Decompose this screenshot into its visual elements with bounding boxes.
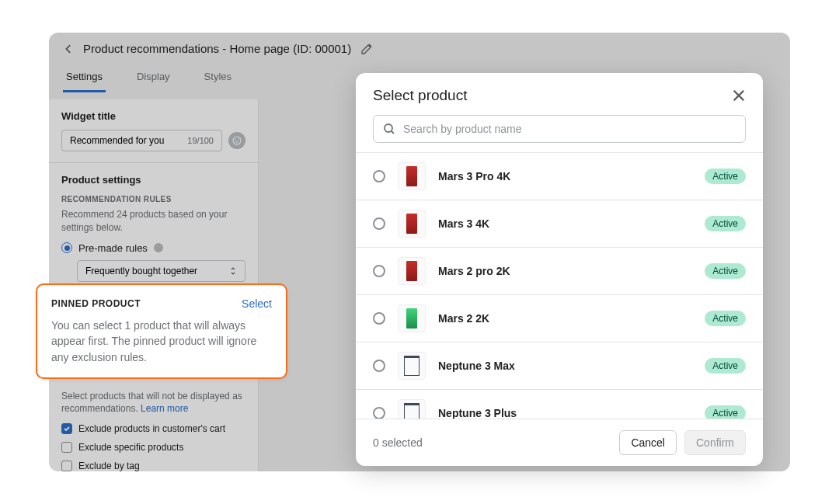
modal-footer: 0 selected Cancel Confirm xyxy=(356,419,763,466)
exclude-tag-checkbox[interactable]: Exclude by tag xyxy=(61,461,245,471)
search-placeholder: Search by product name xyxy=(403,123,522,135)
product-row[interactable]: Neptune 3 PlusActive xyxy=(356,389,763,419)
back-icon[interactable] xyxy=(63,43,74,54)
status-badge: Active xyxy=(705,358,746,374)
product-thumbnail xyxy=(398,257,426,285)
product-thumbnail xyxy=(398,352,426,380)
exclude-cart-checkbox[interactable]: Exclude products in customer's cart xyxy=(61,423,245,434)
product-thumbnail xyxy=(398,304,426,332)
premade-label: Pre-made rules xyxy=(78,242,148,254)
search-input[interactable]: Search by product name xyxy=(373,115,746,143)
premade-rules-radio[interactable]: Pre-made rules xyxy=(61,242,245,254)
premade-select[interactable]: Frequently bought together xyxy=(77,260,245,282)
product-name: Neptune 3 Max xyxy=(438,360,692,372)
product-row[interactable]: Mars 3 4KActive xyxy=(356,200,763,247)
tab-styles[interactable]: Styles xyxy=(201,64,235,92)
status-badge: Active xyxy=(705,263,746,279)
svg-point-1 xyxy=(235,139,236,141)
select-product-modal: Select product Search by product name Ma… xyxy=(356,73,763,466)
tab-display[interactable]: Display xyxy=(134,64,173,92)
checkbox-icon xyxy=(61,423,72,434)
status-badge: Active xyxy=(705,311,746,326)
confirm-button[interactable]: Confirm xyxy=(684,430,746,455)
status-badge: Active xyxy=(705,169,746,184)
tab-settings[interactable]: Settings xyxy=(63,64,106,92)
pinned-select-link[interactable]: Select xyxy=(242,297,272,310)
char-count: 19/100 xyxy=(187,136,214,145)
product-row[interactable]: Mars 3 Pro 4KActive xyxy=(356,152,763,200)
radio-icon[interactable] xyxy=(373,407,385,419)
widget-title-input[interactable]: Recommended for you 19/100 xyxy=(61,130,222,151)
rules-heading: RECOMMENDATION RULES xyxy=(61,195,245,203)
chevron-updown-icon xyxy=(229,267,237,275)
modal-title: Select product xyxy=(373,87,467,104)
status-badge: Active xyxy=(705,405,746,419)
modal-header: Select product xyxy=(356,73,763,115)
product-name: Mars 2 pro 2K xyxy=(438,265,692,277)
pinned-product-callout: PINNED PRODUCT Select You can select 1 p… xyxy=(36,283,287,379)
product-thumbnail xyxy=(398,399,426,419)
svg-point-2 xyxy=(238,139,239,141)
product-name: Mars 3 Pro 4K xyxy=(438,170,692,182)
product-thumbnail xyxy=(398,162,426,190)
product-thumbnail xyxy=(398,210,426,238)
svg-point-3 xyxy=(385,124,392,132)
product-name: Neptune 3 Plus xyxy=(438,407,692,419)
rules-desc: Recommend 24 products based on your sett… xyxy=(61,208,245,235)
info-icon[interactable] xyxy=(154,243,163,252)
edit-icon[interactable] xyxy=(360,43,373,55)
status-badge: Active xyxy=(705,216,746,231)
radio-icon[interactable] xyxy=(373,170,385,182)
radio-icon[interactable] xyxy=(373,312,385,325)
product-row[interactable]: Neptune 3 MaxActive xyxy=(356,342,763,389)
radio-icon[interactable] xyxy=(373,217,385,230)
emoji-button[interactable] xyxy=(228,132,245,149)
selected-count: 0 selected xyxy=(373,436,423,449)
radio-icon[interactable] xyxy=(373,360,385,372)
pinned-heading: PINNED PRODUCT xyxy=(51,298,141,309)
checkbox-icon xyxy=(61,461,72,471)
svg-point-0 xyxy=(233,137,241,144)
widget-title-section: Widget title Recommended for you 19/100 xyxy=(49,99,258,163)
cancel-button[interactable]: Cancel xyxy=(619,430,677,455)
exclude-specific-checkbox[interactable]: Exclude specific products xyxy=(61,442,245,453)
learn-more-link[interactable]: Learn more xyxy=(141,403,188,414)
product-name: Mars 2 2K xyxy=(438,312,692,325)
product-row[interactable]: Mars 2 pro 2KActive xyxy=(356,247,763,294)
page-title: Product recommendations - Home page (ID:… xyxy=(83,42,351,55)
close-icon[interactable] xyxy=(732,89,746,103)
exclusion-section: Select products that will not be display… xyxy=(49,378,258,471)
radio-icon xyxy=(61,242,72,253)
exclusion-desc: Select products that will not be display… xyxy=(61,390,245,416)
product-row[interactable]: Mars 2 2KActive xyxy=(356,294,763,342)
widget-title-label: Widget title xyxy=(61,110,245,122)
product-name: Mars 3 4K xyxy=(438,217,692,230)
search-icon xyxy=(383,123,395,135)
pinned-body: You can select 1 product that will alway… xyxy=(51,318,272,365)
widget-title-value: Recommended for you xyxy=(70,135,164,146)
product-settings-heading: Product settings xyxy=(61,174,245,186)
product-list: Mars 3 Pro 4KActiveMars 3 4KActiveMars 2… xyxy=(356,152,763,419)
checkbox-icon xyxy=(61,442,72,453)
topbar: Product recommendations - Home page (ID:… xyxy=(49,33,790,64)
radio-icon[interactable] xyxy=(373,265,385,277)
premade-value: Frequently bought together xyxy=(85,266,197,276)
